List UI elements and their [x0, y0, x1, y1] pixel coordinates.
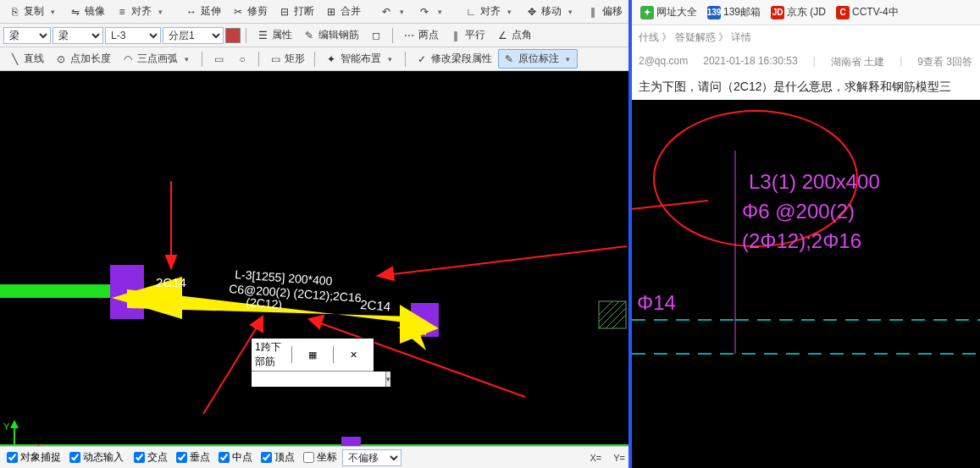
- move-button[interactable]: ✥移动▾: [521, 2, 580, 21]
- popup-grid-icon[interactable]: ▦: [291, 346, 332, 363]
- svg-line-3: [599, 301, 612, 315]
- undo-button[interactable]: ↶▾: [375, 3, 412, 21]
- popup-input[interactable]: [252, 372, 385, 387]
- twopt-button[interactable]: ⋯两点: [398, 25, 443, 45]
- r-line2: Φ6 @200(2): [742, 200, 855, 223]
- beam-bottom-left: [0, 444, 347, 446]
- r-line4: Φ14: [637, 291, 676, 314]
- popup-title: 1跨下部筋: [252, 339, 291, 371]
- popup-close-icon[interactable]: ✕: [333, 346, 374, 363]
- coord-toggle[interactable]: 坐标: [300, 449, 341, 466]
- breadcrumb: 什线 》 答疑解惑 》 详情: [632, 25, 980, 50]
- align-button[interactable]: ≡对齐▾: [111, 2, 170, 21]
- modseg-button[interactable]: ✓修改梁段属性: [411, 49, 496, 69]
- red-arrow-ext: [632, 201, 708, 209]
- arc3-button[interactable]: ◠三点画弧▾: [117, 49, 197, 69]
- rect-button[interactable]: ▭矩形: [264, 49, 309, 69]
- props-button[interactable]: ☰属性: [252, 25, 296, 45]
- redo-button[interactable]: ↷▾: [413, 3, 450, 21]
- jd-icon: JD: [771, 6, 784, 19]
- beam-left: [0, 284, 113, 298]
- toolbar-row-3: ╲直线 ⊙点加长度 ◠三点画弧▾ ▭ ○ ▭矩形 ✦智能布置▾ ✓修改梁段属性 …: [0, 47, 628, 71]
- label-icon: ✎: [502, 52, 516, 66]
- tool-b[interactable]: ○: [231, 50, 253, 69]
- merge-button[interactable]: ⊞合并: [320, 2, 365, 21]
- circle-icon: ○: [235, 52, 249, 66]
- svg-marker-33: [10, 420, 19, 428]
- toolbar-row-2: 梁 梁 L-3 分层1 ☰属性 ✎编辑钢筋 ◻ ⋯两点 ‖平行 ∠点角: [0, 24, 628, 47]
- tab-jd[interactable]: JD京东 (JD: [767, 3, 829, 21]
- question-title: 主为下图，请问（2C12）是什么意思，求解释和钢筋模型三: [632, 74, 980, 100]
- tab-all[interactable]: ✦网址大全: [637, 3, 700, 21]
- svg-marker-23: [166, 256, 176, 268]
- left-pane: ⎘复制▾ ⇋镜像 ≡对齐▾ ↔延伸 ✂修剪 ⊟打断 ⊞合并 ↶▾ ↷▾ ∟对齐▾…: [0, 0, 632, 468]
- right-cad-canvas: L3(1) 200x400 Φ6 @200(2) (2Φ12);2Φ16 Φ14: [632, 100, 980, 468]
- mirror-icon: ⇋: [69, 5, 82, 19]
- beam-edges: [632, 320, 980, 354]
- perp-toggle[interactable]: 垂点: [173, 449, 213, 466]
- red-arrows: [166, 181, 627, 414]
- corner-button[interactable]: ∟对齐▾: [460, 2, 519, 21]
- inplace-button[interactable]: ✎原位标注▾: [498, 49, 578, 69]
- cross-toggle[interactable]: 交点: [130, 449, 171, 466]
- layer-select[interactable]: 分层1: [163, 27, 224, 44]
- offset-button[interactable]: ‖偏移: [582, 2, 627, 21]
- cad-svg: 2C14 L-3[1255] 200*400 C6@200(2) (2C12);…: [0, 71, 628, 446]
- category-select-1[interactable]: 梁: [3, 27, 51, 44]
- extendlen-button[interactable]: ⊙点加长度: [50, 49, 115, 69]
- break-button[interactable]: ⊟打断: [274, 2, 318, 21]
- cad-canvas[interactable]: 2C14 L-3[1255] 200*400 C6@200(2) (2C12);…: [0, 71, 628, 446]
- cctv-icon: C: [836, 6, 850, 19]
- mid-toggle[interactable]: 中点: [215, 449, 256, 466]
- square-icon: ◻: [369, 29, 383, 42]
- merge-icon: ⊞: [324, 5, 338, 19]
- popup-dropdown-icon[interactable]: ▾: [385, 372, 390, 387]
- tab-mail[interactable]: 139139邮箱: [704, 3, 764, 21]
- wand-icon: ✦: [324, 52, 338, 66]
- toolbar-row-1: ⎘复制▾ ⇋镜像 ≡对齐▾ ↔延伸 ✂修剪 ⊟打断 ⊞合并 ↶▾ ↷▾ ∟对齐▾…: [0, 0, 628, 24]
- svg-line-24: [385, 246, 627, 275]
- extendlen-icon: ⊙: [54, 52, 68, 66]
- coord-readout: X= Y=: [590, 453, 625, 463]
- mirror-button[interactable]: ⇋镜像: [64, 2, 109, 21]
- type-select[interactable]: L-3: [105, 27, 161, 44]
- angle-button[interactable]: ∠点角: [491, 25, 536, 45]
- rect-small-icon: ▭: [212, 52, 225, 66]
- trim-icon: ✂: [231, 5, 245, 19]
- small-tool-1[interactable]: ◻: [365, 26, 387, 45]
- extend-button[interactable]: ↔延伸: [180, 2, 225, 21]
- edit-rebar-button[interactable]: ✎编辑钢筋: [298, 25, 363, 45]
- dyninput-toggle[interactable]: 动态输入: [66, 449, 127, 466]
- parallel-button[interactable]: ‖平行: [445, 25, 490, 45]
- corner-icon: ∟: [464, 5, 478, 19]
- svg-text:Y: Y: [3, 421, 10, 432]
- line-icon: ╲: [8, 52, 21, 66]
- line-button[interactable]: ╲直线: [3, 49, 48, 69]
- offset-select[interactable]: 不偏移: [342, 449, 401, 466]
- status-bar: 对象捕捉 动态输入 交点 垂点 中点 顶点 坐标 不偏移 X= Y=: [0, 446, 628, 468]
- beam-line-3: (2C12): [246, 295, 283, 311]
- svg-marker-29: [309, 316, 324, 328]
- mail-icon: 139: [707, 6, 721, 19]
- smart-button[interactable]: ✦智能布置▾: [320, 49, 400, 69]
- align-icon: ≡: [115, 5, 129, 19]
- break-icon: ⊟: [278, 5, 291, 19]
- osnap-toggle[interactable]: 对象捕捉: [3, 449, 64, 466]
- layer-color-icon: [225, 28, 241, 43]
- category-select-2[interactable]: 梁: [53, 27, 103, 44]
- r-line3: (2Φ12);2Φ16: [742, 229, 861, 252]
- rebar-label-2: 2C14: [360, 297, 391, 313]
- rebar-label-1: 2C14: [156, 275, 186, 289]
- beam-bottom-right: [357, 444, 628, 446]
- tab-cctv[interactable]: CCCTV-4中: [833, 3, 902, 21]
- ucs-axis: Y X: [3, 420, 49, 446]
- check-icon: ✓: [415, 52, 429, 66]
- copy-icon: ⎘: [8, 5, 21, 19]
- tool-a[interactable]: ▭: [208, 50, 230, 69]
- offset-icon: ‖: [586, 5, 600, 19]
- parallel-icon: ‖: [449, 29, 462, 42]
- copy-button[interactable]: ⎘复制▾: [3, 2, 63, 21]
- vert-toggle[interactable]: 顶点: [257, 449, 298, 466]
- post-meta: 2@qq.com 2021-01-18 16:30:53 | 湖南省 土建 | …: [632, 50, 980, 74]
- trim-button[interactable]: ✂修剪: [227, 2, 272, 21]
